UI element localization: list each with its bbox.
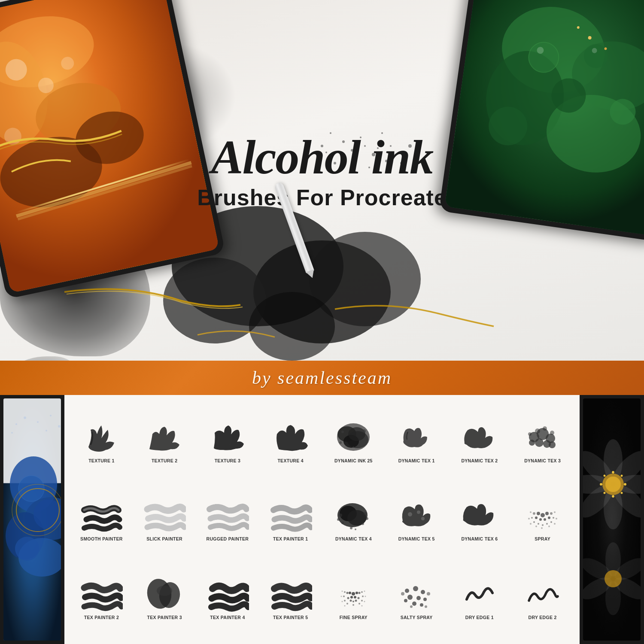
svg-point-72 xyxy=(15,537,39,561)
svg-point-115 xyxy=(417,510,420,514)
brush-preview-fine-spray xyxy=(332,576,375,612)
svg-point-88 xyxy=(362,429,366,433)
brush-item-tex-painter-5: TEX PAINTER 5 xyxy=(260,576,321,620)
svg-point-198 xyxy=(612,471,614,474)
brush-preview-dynamic-tex-3 xyxy=(521,419,564,456)
brush-svg-dry-edge-1 xyxy=(458,576,501,612)
brush-svg-texture-2 xyxy=(143,419,186,456)
svg-point-175 xyxy=(413,586,418,591)
brush-preview-dynamic-tex-6 xyxy=(458,497,501,534)
svg-point-122 xyxy=(535,516,538,519)
brush-item-dynamic-tex-3: DYNAMIC TEX 3 xyxy=(512,419,573,463)
brush-preview-tex-painter-4 xyxy=(206,576,249,612)
tablet-left xyxy=(0,0,225,299)
svg-point-186 xyxy=(425,605,427,608)
svg-point-139 xyxy=(535,526,537,527)
brush-svg-dry-edge-2 xyxy=(521,576,564,612)
brush-svg-spray xyxy=(521,497,564,534)
hero-title: Alcohol ink xyxy=(197,133,447,181)
brush-label-dynamic-tex-6: DYNAMIC TEX 6 xyxy=(461,536,498,541)
svg-point-90 xyxy=(364,443,367,445)
svg-point-169 xyxy=(365,596,366,597)
brush-item-texture-4: TEXTURE 4 xyxy=(260,419,321,463)
svg-point-129 xyxy=(550,521,552,523)
brushes-grid: TEXTURE 1 TEXTURE 2 xyxy=(64,395,580,644)
svg-point-156 xyxy=(352,601,354,602)
brush-item-dry-edge-2: DRY EDGE 2 xyxy=(512,576,573,620)
svg-point-91 xyxy=(352,446,354,448)
brush-preview-tex-painter-1 xyxy=(269,497,312,534)
svg-point-98 xyxy=(549,441,556,448)
svg-point-171 xyxy=(364,601,365,602)
brush-item-rugged-painter: RUGGED PAINTER xyxy=(197,497,258,541)
svg-point-179 xyxy=(423,598,427,601)
brush-svg-fine-spray xyxy=(332,576,375,612)
svg-point-128 xyxy=(533,521,535,523)
brush-label-rugged-painter: RUGGED PAINTER xyxy=(207,536,249,541)
svg-point-205 xyxy=(604,475,606,477)
svg-point-102 xyxy=(528,432,532,436)
svg-point-164 xyxy=(358,603,360,605)
brush-svg-salty-spray xyxy=(395,576,438,612)
brush-svg-tex-painter-5 xyxy=(269,576,312,612)
svg-point-112 xyxy=(350,527,352,529)
banner-text: by seamlessteam xyxy=(252,368,392,388)
brush-item-dynamic-tex-4: DYNAMIC TEX 4 xyxy=(323,497,384,541)
brush-preview-salty-spray xyxy=(395,576,438,612)
brush-preview-dynamic-tex-1 xyxy=(395,419,438,456)
brush-preview-spray xyxy=(521,497,564,534)
brush-label-slick-painter: SLICK PAINTER xyxy=(146,536,182,541)
svg-point-162 xyxy=(361,600,363,601)
brush-svg-dynamic-tex-3 xyxy=(521,419,564,456)
brush-item-dynamic-tex-6: DYNAMIC TEX 6 xyxy=(449,497,510,541)
svg-point-212 xyxy=(605,570,622,587)
brush-svg-tex-painter-3 xyxy=(143,576,186,612)
svg-point-79 xyxy=(58,425,61,428)
svg-point-123 xyxy=(548,516,550,519)
brush-preview-texture-1 xyxy=(80,419,123,456)
svg-point-202 xyxy=(612,495,614,498)
brush-item-tex-painter-4: TEX PAINTER 4 xyxy=(197,576,258,620)
hero-section: Alcohol ink Brushes For Procreate xyxy=(0,0,644,361)
svg-point-100 xyxy=(543,426,547,431)
svg-point-168 xyxy=(341,596,342,597)
brush-preview-dry-edge-2 xyxy=(521,576,564,612)
svg-point-199 xyxy=(621,475,623,477)
svg-point-184 xyxy=(427,592,430,595)
svg-point-119 xyxy=(545,512,549,515)
svg-point-135 xyxy=(528,518,530,519)
svg-point-144 xyxy=(157,586,172,596)
brush-item-salty-spray: SALTY SPRAY xyxy=(386,576,447,620)
tablet-right xyxy=(439,0,644,242)
svg-point-161 xyxy=(344,600,346,601)
brush-item-dynamic-tex-1: DYNAMIC TEX 1 xyxy=(386,419,447,463)
brush-label-dry-edge-2: DRY EDGE 2 xyxy=(529,615,557,620)
svg-point-165 xyxy=(352,604,354,606)
brush-svg-texture-3 xyxy=(206,419,249,456)
svg-point-127 xyxy=(553,517,554,519)
svg-point-97 xyxy=(529,440,535,446)
ink-blob-4 xyxy=(0,356,86,361)
svg-point-95 xyxy=(535,438,544,447)
svg-point-125 xyxy=(550,512,553,515)
svg-point-147 xyxy=(355,592,358,594)
svg-point-177 xyxy=(407,595,413,600)
tablet-right-screen xyxy=(445,0,644,236)
dark-flower-art xyxy=(583,398,641,641)
brush-label-dynamic-ink-25: DYNAMIC INK 25 xyxy=(334,458,373,463)
brush-svg-tex-painter-2 xyxy=(80,576,123,612)
brush-preview-texture-4 xyxy=(269,419,312,456)
svg-point-2 xyxy=(163,258,266,343)
svg-point-160 xyxy=(362,595,364,597)
svg-point-4 xyxy=(249,292,335,361)
svg-point-197 xyxy=(605,477,621,492)
brush-item-tex-painter-2: TEX PAINTER 2 xyxy=(71,576,132,620)
brush-label-texture-4: TEXTURE 4 xyxy=(277,458,303,463)
brush-label-dynamic-tex-4: DYNAMIC TEX 4 xyxy=(335,536,372,541)
brush-item-spray: SPRAY xyxy=(512,497,573,541)
brush-preview-dynamic-tex-2 xyxy=(458,419,501,456)
svg-point-157 xyxy=(344,591,346,593)
brush-label-dynamic-tex-5: DYNAMIC TEX 5 xyxy=(398,536,435,541)
svg-point-75 xyxy=(15,423,17,425)
svg-point-131 xyxy=(546,523,548,525)
